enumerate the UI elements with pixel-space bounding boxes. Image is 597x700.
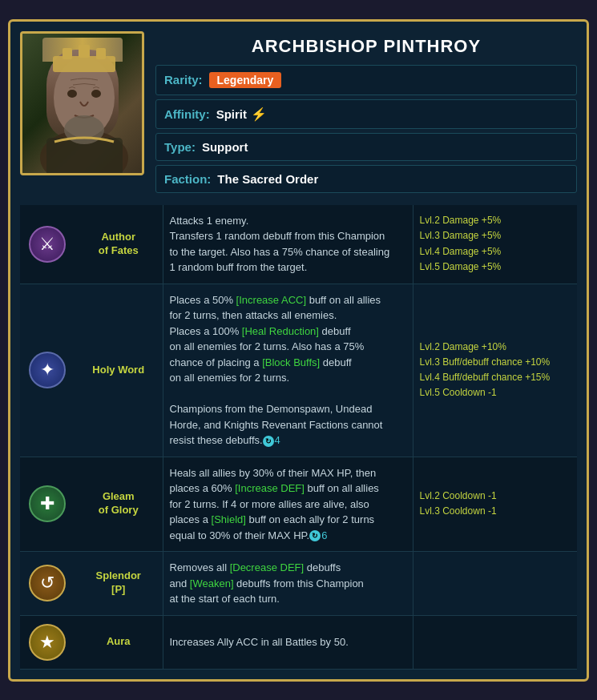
skill-icon-gleam-of-glory: ✚	[29, 485, 66, 522]
svg-point-4	[91, 90, 101, 98]
skill-icon-cell-splendor: ↺	[20, 552, 75, 616]
svg-point-3	[67, 90, 77, 98]
rarity-row: Rarity: Legendary	[155, 65, 577, 95]
type-label: Type:	[164, 140, 196, 154]
skill-row-aura: ★AuraIncreases Ally ACC in all Battles b…	[20, 615, 577, 669]
skill-icon-cell-gleam-of-glory: ✚	[20, 457, 75, 552]
skill-upgrades-holy-word: Lvl.2 Damage +10%Lvl.3 Buff/debuff chanc…	[413, 284, 577, 457]
svg-rect-6	[53, 56, 115, 72]
skill-name-author-of-fates: Author of Fates	[75, 205, 163, 284]
svg-rect-7	[63, 48, 72, 59]
skill-icon-author-of-fates: ⚔	[29, 226, 66, 263]
rarity-label: Rarity:	[164, 73, 203, 86]
champion-name: ARCHBISHOP PINTHROY	[155, 31, 577, 65]
skill-desc-author-of-fates: Attacks 1 enemy.Transfers 1 random debuf…	[163, 205, 413, 284]
champion-info: ARCHBISHOP PINTHROY Rarity: Legendary Af…	[155, 31, 577, 197]
skill-upgrades-splendor	[413, 552, 577, 616]
type-row: Type: Support	[155, 133, 577, 161]
svg-rect-8	[79, 45, 90, 58]
champion-avatar	[20, 31, 144, 175]
faction-label: Faction:	[164, 172, 211, 186]
svg-rect-9	[96, 48, 106, 59]
skill-desc-splendor: Removes all [Decrease DEF] debuffsand [W…	[163, 552, 413, 616]
affinity-label: Affinity:	[164, 107, 210, 121]
skill-row-author-of-fates: ⚔Author of FatesAttacks 1 enemy.Transfer…	[20, 205, 577, 284]
skill-icon-cell-aura: ★	[20, 615, 75, 669]
skill-upgrades-author-of-fates: Lvl.2 Damage +5%Lvl.3 Damage +5%Lvl.4 Da…	[413, 205, 577, 284]
skill-desc-gleam-of-glory: Heals all allies by 30% of their MAX HP,…	[163, 457, 413, 552]
skill-desc-aura: Increases Ally ACC in all Battles by 50.	[163, 615, 413, 669]
skill-desc-holy-word: Places a 50% [Increase ACC] buff on all …	[163, 284, 413, 457]
champion-card: ARCHBISHOP PINTHROY Rarity: Legendary Af…	[8, 19, 589, 682]
skill-icon-holy-word: ✦	[29, 352, 66, 388]
skill-upgrades-gleam-of-glory: Lvl.2 Cooldown -1Lvl.3 Cooldown -1	[413, 457, 577, 552]
skill-upgrades-aura	[413, 615, 577, 669]
skill-row-splendor: ↺Splendor [P]Removes all [Decrease DEF] …	[20, 552, 577, 616]
skill-icon-cell-holy-word: ✦	[20, 284, 75, 457]
skill-row-holy-word: ✦Holy WordPlaces a 50% [Increase ACC] bu…	[20, 284, 577, 457]
skill-name-gleam-of-glory: Gleam of Glory	[75, 457, 163, 552]
skills-table: ⚔Author of FatesAttacks 1 enemy.Transfer…	[20, 205, 577, 670]
lightning-icon: ⚡	[251, 107, 267, 122]
skill-icon-splendor: ↺	[29, 565, 66, 601]
type-value: Support	[202, 140, 248, 154]
skill-icon-cell-author-of-fates: ⚔	[20, 205, 75, 284]
skill-row-gleam-of-glory: ✚Gleam of GloryHeals all allies by 30% o…	[20, 457, 577, 552]
faction-value: The Sacred Order	[217, 172, 318, 186]
affinity-value: Spirit	[216, 107, 247, 121]
skill-name-holy-word: Holy Word	[75, 284, 163, 457]
skill-name-splendor: Splendor [P]	[75, 552, 163, 616]
skill-name-aura: Aura	[75, 615, 163, 669]
skill-icon-aura: ★	[29, 624, 66, 661]
rarity-value: Legendary	[209, 72, 282, 88]
champion-header: ARCHBISHOP PINTHROY Rarity: Legendary Af…	[20, 31, 577, 197]
faction-row: Faction: The Sacred Order	[155, 165, 577, 193]
affinity-row: Affinity: Spirit ⚡	[155, 99, 577, 129]
